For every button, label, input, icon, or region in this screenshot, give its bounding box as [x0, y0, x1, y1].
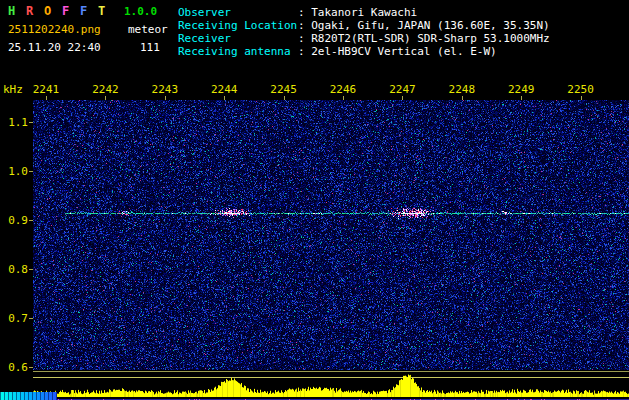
station-info-row: Observer: Takanori Kawachi: [178, 6, 550, 19]
app-title: HROFFT: [8, 4, 116, 18]
output-filename: 2511202240.png: [8, 23, 101, 36]
x-axis-time-label: 2242: [92, 83, 119, 96]
y-axis-frequency-label: 0.9: [4, 214, 28, 227]
logo-letter: T: [98, 4, 116, 18]
y-axis-frequency-label: 0.7: [4, 312, 28, 325]
station-info-value: 2el-HB9CV Vertical (el. E-W): [311, 45, 496, 58]
station-info-value: R820T2(RTL-SDR) SDR-Sharp 53.1000MHz: [311, 32, 549, 45]
logo-letter: H: [8, 4, 26, 18]
station-info-row: Receiving Location: Ogaki, Gifu, JAPAN (…: [178, 19, 550, 32]
x-axis-time-label: 2248: [449, 83, 476, 96]
station-info-label: Receiver: [178, 32, 298, 45]
y-axis-unit-label: kHz: [3, 83, 23, 96]
station-info-label: Observer: [178, 6, 298, 19]
y-axis-frequency-label: 1.0: [4, 165, 28, 178]
station-info-label: Receiving antenna: [178, 45, 298, 58]
logo-letter: R: [26, 4, 44, 18]
station-info-separator: :: [298, 19, 311, 32]
station-info-block: Observer: Takanori KawachiReceiving Loca…: [178, 6, 550, 58]
logo-letter: F: [62, 4, 80, 18]
y-axis-frequency-label: 1.1: [4, 116, 28, 129]
x-axis-time-label: 2244: [211, 83, 238, 96]
station-info-row: Receiver: R820T2(RTL-SDR) SDR-Sharp 53.1…: [178, 32, 550, 45]
corner-scale-strip: [0, 392, 57, 400]
x-axis-time-label: 2249: [508, 83, 535, 96]
station-info-value: Takanori Kawachi: [311, 6, 417, 19]
y-axis-frequency-label: 0.8: [4, 263, 28, 276]
echo-count: 111: [140, 41, 160, 54]
app-logo: HROFFT1.0.0: [8, 4, 157, 18]
x-axis-time-label: 2241: [33, 83, 60, 96]
y-axis-frequency-label: 0.6: [4, 361, 28, 374]
x-axis-time-label: 2250: [567, 83, 594, 96]
logo-letter: F: [80, 4, 98, 18]
station-info-separator: :: [298, 32, 311, 45]
mode-label: meteor: [128, 23, 168, 36]
x-axis-time-label: 2247: [389, 83, 416, 96]
logo-letter: O: [44, 4, 62, 18]
spectrogram-noise-field: [33, 100, 629, 370]
x-axis-time-label: 2243: [152, 83, 179, 96]
hrofft-screen: HROFFT1.0.0 2511202240.png meteor 25.11.…: [0, 0, 629, 400]
app-version: 1.0.0: [124, 5, 157, 18]
station-info-label: Receiving Location: [178, 19, 298, 32]
station-info-value: Ogaki, Gifu, JAPAN (136.60E, 35.35N): [311, 19, 549, 32]
x-axis-time-label: 2246: [330, 83, 357, 96]
timestamp-label: 25.11.20 22:40: [8, 41, 101, 54]
station-info-row: Receiving antenna: 2el-HB9CV Vertical (e…: [178, 45, 550, 58]
signal-level-meter: [33, 370, 629, 400]
station-info-separator: :: [298, 45, 311, 58]
station-info-separator: :: [298, 6, 311, 19]
x-axis-time-label: 2245: [270, 83, 297, 96]
